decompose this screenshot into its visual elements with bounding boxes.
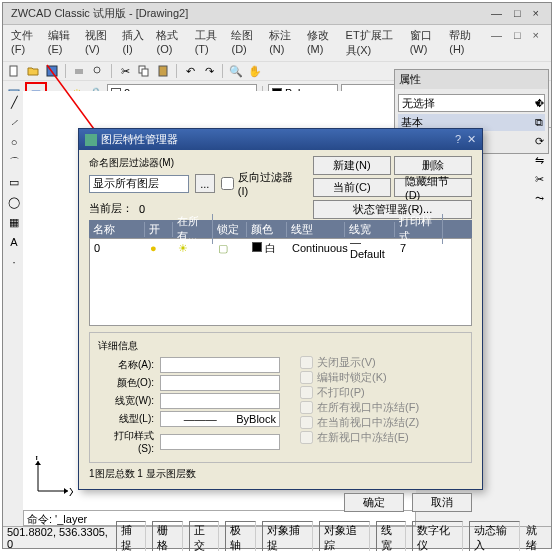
- dlg-close-icon[interactable]: ✕: [467, 133, 476, 146]
- invert-filter-checkbox[interactable]: 反向过滤器(I): [221, 170, 303, 197]
- filter-label: 命名图层过滤器(M): [89, 156, 303, 170]
- title-bar: ZWCAD Classic 试用版 - [Drawing2] — □ ×: [3, 3, 551, 25]
- svg-point-3: [94, 67, 100, 73]
- layer-row[interactable]: 0 ● ☀ ▢ 白 Continuous — Default 7: [90, 239, 471, 257]
- copy2-icon[interactable]: ⧉: [531, 114, 547, 130]
- delete-button[interactable]: 删除: [394, 156, 472, 175]
- chk-freeze-all[interactable]: 在所有视口中冻结(F): [300, 400, 419, 415]
- pan-icon[interactable]: ✋: [247, 63, 263, 79]
- menu-modify[interactable]: 修改(M): [303, 27, 340, 59]
- copy-icon[interactable]: [136, 63, 152, 79]
- state-manager-button[interactable]: 状态管理器(R)...: [313, 200, 472, 219]
- menu-edit[interactable]: 编辑(E): [44, 27, 79, 59]
- current-button[interactable]: 当前(C): [313, 178, 391, 197]
- detail-ps-dropdown[interactable]: [160, 434, 280, 450]
- app-title: ZWCAD Classic 试用版 - [Drawing2]: [7, 5, 192, 22]
- properties-title: 属性: [395, 70, 548, 89]
- hatch-icon[interactable]: ▦: [6, 214, 22, 230]
- detail-color-dropdown[interactable]: [160, 375, 280, 391]
- menu-tools[interactable]: 工具(T): [191, 27, 226, 59]
- doc-max-icon[interactable]: □: [510, 28, 525, 58]
- menu-help[interactable]: 帮助(H): [445, 27, 481, 59]
- layer-grid-header: 名称开在所有...锁定颜色线型线宽打印样式: [89, 220, 472, 238]
- ok-button[interactable]: 确定: [344, 493, 404, 512]
- pline-icon[interactable]: ⟋: [6, 114, 22, 130]
- preview-icon[interactable]: [90, 63, 106, 79]
- rect-icon[interactable]: ▭: [6, 174, 22, 190]
- hide-detail-button[interactable]: 隐藏细节(D): [394, 178, 472, 197]
- new-icon[interactable]: [6, 63, 22, 79]
- status-dyn[interactable]: 动态输入: [469, 521, 520, 552]
- circle-icon[interactable]: ○: [6, 134, 22, 150]
- menu-insert[interactable]: 插入(I): [118, 27, 150, 59]
- detail-lt-dropdown[interactable]: ———ByBlock: [160, 411, 280, 427]
- menu-dim[interactable]: 标注(N): [265, 27, 301, 59]
- layer-dialog: 图层特性管理器 ?✕ 命名图层过滤器(M) 显示所有图层 ... 反向过滤器(I…: [78, 128, 483, 490]
- filter-browse-button[interactable]: ...: [195, 174, 215, 193]
- cancel-button[interactable]: 取消: [412, 493, 472, 512]
- maximize-icon[interactable]: □: [510, 6, 525, 21]
- chk-freeze-cur[interactable]: 在当前视口中冻结(Z): [300, 415, 419, 430]
- doc-close-icon[interactable]: ×: [529, 28, 543, 58]
- menu-bar: 文件(F) 编辑(E) 视图(V) 插入(I) 格式(O) 工具(T) 绘图(D…: [3, 25, 551, 61]
- menu-window[interactable]: 窗口(W): [406, 27, 444, 59]
- open-icon[interactable]: [25, 63, 41, 79]
- status-ortho[interactable]: 正交: [189, 521, 220, 552]
- zoom-icon[interactable]: 🔍: [228, 63, 244, 79]
- selection-dropdown[interactable]: 无选择▾: [398, 94, 545, 112]
- chk-freeze-new[interactable]: 在新视口中冻结(E): [300, 430, 419, 445]
- status-otrack[interactable]: 对象追踪: [319, 521, 370, 552]
- move-icon[interactable]: ✥: [531, 95, 547, 111]
- svg-rect-2: [75, 69, 83, 74]
- status-polar[interactable]: 极轴: [225, 521, 256, 552]
- mirror-icon[interactable]: ⇋: [531, 152, 547, 168]
- paste-icon[interactable]: [155, 63, 171, 79]
- text-icon[interactable]: A: [6, 234, 22, 250]
- cut-icon[interactable]: ✂: [117, 63, 133, 79]
- menu-format[interactable]: 格式(O): [152, 27, 188, 59]
- redo-icon[interactable]: ↷: [201, 63, 217, 79]
- menu-file[interactable]: 文件(F): [7, 27, 42, 59]
- row-bulb-icon[interactable]: ●: [150, 242, 157, 254]
- menu-draw[interactable]: 绘图(D): [227, 27, 263, 59]
- current-value: 0: [139, 203, 145, 215]
- point-icon[interactable]: ·: [6, 254, 22, 270]
- doc-min-icon[interactable]: —: [487, 28, 506, 58]
- svg-rect-5: [142, 69, 148, 76]
- detail-name-input[interactable]: [160, 357, 280, 373]
- new-button[interactable]: 新建(N): [313, 156, 391, 175]
- status-lw[interactable]: 线宽: [376, 521, 407, 552]
- menu-view[interactable]: 视图(V): [81, 27, 116, 59]
- svg-rect-0: [10, 66, 17, 76]
- chk-lock[interactable]: 编辑时锁定(K): [300, 370, 419, 385]
- status-snap[interactable]: 捕捉: [116, 521, 147, 552]
- arc-icon[interactable]: ⌒: [6, 154, 22, 170]
- detail-group: 详细信息 名称(A): 颜色(O): 线宽(W): 线型(L):———ByBlo…: [89, 332, 472, 463]
- row-lock-icon[interactable]: ▢: [218, 242, 228, 254]
- svg-rect-1: [47, 66, 57, 76]
- minimize-icon[interactable]: —: [487, 6, 506, 21]
- detail-lw-dropdown[interactable]: [160, 393, 280, 409]
- dialog-title-bar[interactable]: 图层特性管理器 ?✕: [79, 129, 482, 150]
- filter-dropdown[interactable]: 显示所有图层: [89, 175, 189, 193]
- menu-et[interactable]: ET扩展工具(X): [342, 27, 404, 59]
- ucs-icon: YX: [33, 456, 73, 496]
- rotate-icon[interactable]: ⟳: [531, 133, 547, 149]
- status-tablet[interactable]: 数字化仪: [412, 521, 463, 552]
- line-icon[interactable]: ╱: [6, 94, 22, 110]
- extend-icon[interactable]: ⤳: [531, 190, 547, 206]
- chk-off[interactable]: 关闭显示(V): [300, 355, 419, 370]
- save-icon[interactable]: [44, 63, 60, 79]
- undo-icon[interactable]: ↶: [182, 63, 198, 79]
- layer-grid[interactable]: 0 ● ☀ ▢ 白 Continuous — Default 7: [89, 238, 472, 326]
- row-sun-icon[interactable]: ☀: [178, 242, 188, 254]
- print-icon[interactable]: [71, 63, 87, 79]
- chk-noplot[interactable]: 不打印(P): [300, 385, 419, 400]
- status-grid[interactable]: 栅格: [152, 521, 183, 552]
- trim-icon[interactable]: ✂: [531, 171, 547, 187]
- close-icon[interactable]: ×: [529, 6, 543, 21]
- ellipse-icon[interactable]: ◯: [6, 194, 22, 210]
- svg-rect-6: [159, 66, 167, 76]
- status-osnap[interactable]: 对象捕捉: [262, 521, 313, 552]
- dlg-help-icon[interactable]: ?: [455, 133, 461, 146]
